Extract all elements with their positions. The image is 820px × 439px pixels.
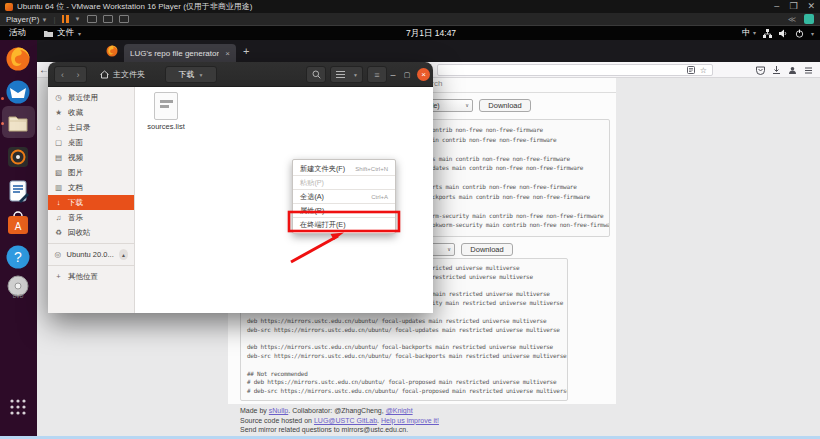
breadcrumb-home[interactable]: 主文件夹 bbox=[95, 66, 150, 83]
input-method-indicator[interactable]: 中 ▾ bbox=[742, 27, 756, 39]
sidebar-item-icon: ▤ bbox=[54, 153, 63, 162]
show-applications-icon[interactable] bbox=[4, 395, 32, 419]
thunderbird-icon[interactable] bbox=[4, 78, 32, 106]
browser-tab[interactable]: LUG's repo file generator × bbox=[124, 44, 236, 62]
files-maximize-button[interactable]: ▢ bbox=[400, 66, 414, 83]
ubuntu-software-icon[interactable]: A bbox=[4, 210, 32, 238]
sidebar-item[interactable]: + 其他位置 bbox=[48, 269, 134, 284]
footer-line-3: Send mirror related questions to mirrors… bbox=[240, 425, 439, 435]
activities-button[interactable]: 活动 bbox=[0, 26, 35, 40]
context-menu-item[interactable]: 全选(A) Ctrl+A bbox=[293, 190, 395, 203]
vm-screen: Ubuntu 64 位 - VMware Workstation 16 Play… bbox=[0, 0, 820, 439]
footer-segment: Help us improve it! bbox=[381, 417, 439, 424]
downloads-icon[interactable] bbox=[772, 66, 781, 75]
sidebar-item-label: 文档 bbox=[68, 183, 83, 193]
reader-mode-icon[interactable] bbox=[687, 66, 695, 74]
vmware-maximize-button[interactable]: ❒ bbox=[789, 0, 797, 13]
system-menu-caret[interactable]: ▾ bbox=[811, 30, 814, 37]
new-tab-button[interactable]: + bbox=[243, 45, 249, 57]
bookmark-star-icon[interactable]: ☆ bbox=[700, 66, 707, 75]
sidebar-item[interactable]: ◎ Ubuntu 20.0... ▲ bbox=[48, 247, 134, 262]
sidebar-item[interactable]: ♻ 回收站 bbox=[48, 225, 134, 240]
home-icon bbox=[100, 70, 109, 79]
code-line: deb-src https://mirrors.ustc.edu.cn/ubun… bbox=[247, 352, 561, 361]
account-icon[interactable] bbox=[788, 66, 797, 75]
sidebar-item[interactable]: ↓ 下载 bbox=[48, 195, 134, 210]
search-icon bbox=[312, 70, 321, 79]
files-menu-button[interactable]: ≡ bbox=[367, 66, 387, 83]
pocket-icon[interactable] bbox=[756, 66, 765, 75]
footer-segment: . Collaborator: @ZhangCheng, bbox=[288, 407, 385, 414]
sidebar-item[interactable]: ▤ 视频 bbox=[48, 150, 134, 165]
clock[interactable]: 7月1日 14:47 bbox=[406, 26, 456, 40]
sidebar-item-label: 主目录 bbox=[68, 123, 91, 133]
footer-segment: @Knight bbox=[386, 407, 413, 414]
tab-close-icon[interactable]: × bbox=[225, 49, 230, 58]
sidebar-item[interactable]: ⌂ 主目录 bbox=[48, 120, 134, 135]
context-menu-item-shortcut: Ctrl+A bbox=[371, 194, 388, 200]
sidebar-item[interactable] bbox=[48, 240, 134, 247]
sidebar-item[interactable]: ♫ 音乐 bbox=[48, 210, 134, 225]
sidebar-item-label: 视频 bbox=[68, 153, 83, 163]
sidebar-item-icon: ▧ bbox=[54, 168, 63, 177]
vmware-close-button[interactable]: ✕ bbox=[807, 0, 815, 13]
context-menu-item[interactable]: 新建文件夹(F) Shift+Ctrl+N bbox=[293, 162, 395, 175]
debian-download-button[interactable]: Download bbox=[479, 99, 531, 112]
vmware-minimize-button[interactable]: – bbox=[774, 0, 779, 13]
code-line: # deb https://mirrors.ustc.edu.cn/ubuntu… bbox=[247, 378, 561, 387]
app-menu[interactable]: 文件▾ bbox=[35, 26, 90, 40]
sidebar-item-label: 回收站 bbox=[68, 228, 91, 238]
suspend-button[interactable] bbox=[62, 15, 69, 23]
firefox-icon[interactable] bbox=[4, 45, 32, 73]
files-close-button[interactable]: × bbox=[417, 68, 430, 81]
sidebar-item[interactable]: ★ 收藏 bbox=[48, 105, 134, 120]
fullscreen-icon[interactable] bbox=[103, 15, 113, 23]
sidebar-item-label: 图片 bbox=[68, 168, 83, 178]
files-forward-button[interactable]: › bbox=[70, 66, 87, 83]
context-menu-item-label: 粘贴(P) bbox=[300, 178, 324, 188]
unity-mode-icon[interactable] bbox=[119, 15, 129, 23]
search-button[interactable] bbox=[306, 66, 326, 83]
collapse-panel-button[interactable]: ≪ bbox=[788, 15, 796, 24]
sidebar-item[interactable]: ▢ 桌面 bbox=[48, 135, 134, 150]
breadcrumb-current-folder[interactable]: 下载▼ bbox=[165, 66, 217, 83]
sidebar-item[interactable]: ◷ 最近使用 bbox=[48, 90, 134, 105]
sidebar-item[interactable]: ▥ 文档 bbox=[48, 180, 134, 195]
view-toggle-button[interactable] bbox=[330, 66, 350, 83]
files-back-button[interactable]: ‹ bbox=[54, 66, 71, 83]
firefox-favicon bbox=[106, 45, 118, 57]
sidebar-item-icon: ♫ bbox=[54, 213, 63, 222]
library-panel-icon[interactable] bbox=[804, 14, 814, 24]
sidebar-item-label: 收藏 bbox=[68, 108, 83, 118]
context-menu-item-label: 全选(A) bbox=[300, 192, 324, 202]
ctrl-alt-del-icon[interactable] bbox=[87, 15, 97, 23]
svg-text:DVD: DVD bbox=[13, 293, 24, 299]
footer-segment: LUG@USTC GitLab bbox=[314, 417, 377, 424]
code-line: deb-src https://mirrors.ustc.edu.cn/ubun… bbox=[247, 326, 561, 335]
ubuntu-download-button[interactable]: Download bbox=[461, 243, 513, 256]
view-options-caret[interactable]: ▼ bbox=[349, 66, 363, 83]
files-minimize-button[interactable]: – bbox=[386, 66, 400, 83]
libreoffice-writer-icon[interactable] bbox=[4, 177, 32, 205]
rhythmbox-icon[interactable] bbox=[4, 143, 32, 171]
code-line: ## Not recommended bbox=[247, 370, 561, 379]
dvd-icon[interactable]: DVD bbox=[4, 273, 32, 301]
annotation-arrow bbox=[291, 236, 338, 262]
player-menu[interactable]: Player(P) ▼ bbox=[6, 15, 48, 24]
sidebar-item-icon: ↓ bbox=[54, 198, 63, 207]
url-bar[interactable]: ☆ bbox=[437, 64, 713, 76]
sidebar-item-icon: ◎ bbox=[54, 250, 62, 259]
context-menu-item[interactable]: 粘贴(P) bbox=[293, 176, 395, 189]
sources-list-file-icon[interactable] bbox=[154, 92, 178, 120]
menu-icon[interactable] bbox=[804, 66, 813, 75]
sidebar-item-label: 音乐 bbox=[68, 213, 83, 223]
context-menu-item-label: 新建文件夹(F) bbox=[300, 164, 345, 174]
help-icon[interactable]: ? bbox=[4, 243, 32, 271]
vmware-titlebar: Ubuntu 64 位 - VMware Workstation 16 Play… bbox=[0, 0, 820, 13]
sidebar-item[interactable]: ▧ 图片 bbox=[48, 165, 134, 180]
code-line bbox=[247, 361, 561, 370]
files-icon[interactable] bbox=[4, 110, 32, 138]
suspend-dropdown[interactable]: ▼ bbox=[75, 16, 81, 22]
eject-icon[interactable]: ▲ bbox=[119, 249, 128, 260]
sidebar-item[interactable] bbox=[48, 262, 134, 269]
